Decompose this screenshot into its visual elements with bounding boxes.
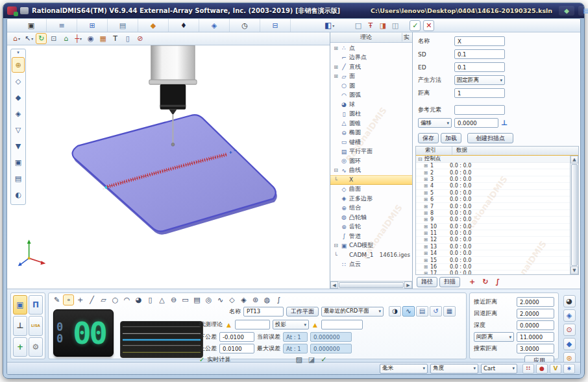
approach-input[interactable]: 2.0000 xyxy=(517,297,554,307)
grid-tab[interactable]: ⊞ xyxy=(77,19,108,32)
monitor-tab[interactable]: ⊟ xyxy=(260,19,291,32)
expand-icon[interactable]: ⊞ xyxy=(424,237,430,243)
scroll-right-arrow[interactable]: ▶ xyxy=(404,281,412,289)
table-row[interactable]: ⊞ 10 0.0 : 0.0 xyxy=(416,224,578,230)
table-mode-icon[interactable]: ▦ xyxy=(443,306,456,316)
tree-item[interactable]: ▭ 键槽 xyxy=(330,137,412,147)
machine-view-icon[interactable]: ▣ xyxy=(12,154,25,170)
table-row[interactable]: ⊞ 5 0.0 : 0.0 xyxy=(416,190,578,197)
probe-clean-icon[interactable]: ◪ xyxy=(308,355,315,364)
color-palette-icon[interactable]: ▦▾ xyxy=(97,33,108,44)
expand-icon[interactable]: ⊞ xyxy=(424,230,430,236)
expand-icon[interactable]: ⊞ xyxy=(424,190,430,196)
shield-probe-icon[interactable]: ◈ xyxy=(563,309,576,322)
method-select[interactable]: 固定距离 xyxy=(454,75,505,85)
diamond-tab[interactable]: ◆ xyxy=(138,19,169,32)
red-cube-icon[interactable]: ◨ xyxy=(377,20,388,31)
cube-outline-icon[interactable]: □ xyxy=(352,20,363,31)
expand-icon[interactable]: ⊞ xyxy=(424,217,430,222)
table-row[interactable]: ⊞ 1 0.0 : 0.0 xyxy=(416,163,578,169)
realtime-check-icon[interactable]: ✓ xyxy=(199,356,204,363)
tree-item[interactable]: ⊞ ▱ 面 xyxy=(330,72,412,82)
remote-support-icon[interactable]: ◆ xyxy=(559,6,574,16)
circle-icon[interactable]: ○ xyxy=(110,294,121,305)
tree-col-actual[interactable]: 实 xyxy=(402,33,412,42)
tree-item[interactable]: ⊞ ╱ 直线 xyxy=(330,62,412,72)
control-points-group-row[interactable]: ⊟ 控制点 xyxy=(416,156,578,163)
arc-icon[interactable]: ◠ xyxy=(121,294,132,305)
view-eye-icon[interactable]: ◉▾ xyxy=(85,33,96,44)
col-index[interactable]: 索引 xyxy=(416,147,452,155)
lisa-button[interactable]: LISA xyxy=(29,316,43,335)
rotate-icon[interactable]: ↻ xyxy=(482,278,488,286)
table-row[interactable]: ⊞ 15 0.0 : 0.0 xyxy=(416,257,578,263)
printer-tab[interactable]: ▤ xyxy=(108,19,138,32)
upper-tolerance-input[interactable]: 0.0100 xyxy=(219,344,254,353)
tree-item[interactable]: └ CADM_1 14616.iges xyxy=(330,250,412,260)
workplane-button[interactable]: 工作平面 xyxy=(286,307,319,316)
plane-icon[interactable]: ▱ xyxy=(98,294,109,305)
reference-input[interactable] xyxy=(454,105,505,115)
arc-mode-icon[interactable]: ↺ xyxy=(430,306,442,316)
table-row[interactable]: ⊞ 16 0.0 : 0.0 xyxy=(416,264,578,270)
save-button[interactable]: 保存 xyxy=(418,133,439,143)
perpendicular-icon[interactable]: ⊥ xyxy=(501,119,508,127)
table-row[interactable]: ⊞ 4 0.0 : 0.0 xyxy=(416,183,578,189)
tree-item[interactable]: ⊟ ▣ CAD模型 xyxy=(330,241,412,251)
select-cursor-icon[interactable]: ↖▾ xyxy=(23,33,34,44)
cone-icon[interactable]: △ xyxy=(156,294,167,305)
cylinder-display-icon[interactable]: ▯▾ xyxy=(122,33,133,44)
probe-cube-icon[interactable]: ▽ xyxy=(12,122,25,137)
move-axes-icon[interactable]: + xyxy=(469,278,475,286)
scroll-down-arrow[interactable]: ▼ xyxy=(570,267,578,274)
probe-d-icon[interactable]: ◐ xyxy=(12,187,25,202)
distance-input[interactable]: 1 xyxy=(454,88,505,98)
probe-x-icon[interactable]: ◇ xyxy=(12,73,25,89)
feature-name-input[interactable]: PT13 xyxy=(243,307,284,316)
expand-icon[interactable]: ⊞ xyxy=(424,244,430,250)
tree-item[interactable]: ○ 圆 xyxy=(330,81,412,91)
tree-hscrollbar[interactable]: ◀ ▶ xyxy=(330,281,412,289)
dro-points-icon[interactable]: ∷ xyxy=(522,364,534,374)
point-icon[interactable]: ∘ xyxy=(63,294,74,305)
tree-item[interactable]: ⊛ 齿轮 xyxy=(330,222,412,232)
col-data[interactable]: 数据 xyxy=(452,147,578,155)
confirm-check-icon[interactable]: ✓ xyxy=(321,355,326,364)
menu-icon[interactable] xyxy=(20,7,29,14)
search-probe-icon[interactable]: ⊙ xyxy=(563,324,576,336)
offset-select[interactable]: 偏移 xyxy=(418,118,452,128)
tree-item[interactable]: ◎ 圆环 xyxy=(330,156,412,166)
projection-input[interactable] xyxy=(321,320,363,329)
expand-icon[interactable]: ⊞ xyxy=(424,210,430,216)
cad-plate[interactable] xyxy=(73,115,276,231)
tree-item[interactable]: ▯ 圆柱 xyxy=(330,110,412,119)
table-row[interactable]: ⊞ 17 0.0 : 0.0 xyxy=(416,270,578,274)
sphere-icon[interactable]: ◕ xyxy=(133,294,144,305)
measure-mode-icon[interactable]: ◑ xyxy=(389,306,401,316)
model-display-icon[interactable]: ◧▾ xyxy=(323,20,336,31)
graph-mode-icon[interactable]: ∿ xyxy=(402,306,415,316)
edit-note-icon[interactable]: ▨ xyxy=(295,355,302,364)
axes-icon[interactable]: ┼▾ xyxy=(73,33,84,44)
coord-select[interactable]: Cart xyxy=(481,364,517,374)
expand-icon[interactable]: ⊞ xyxy=(424,176,430,182)
lock-tab[interactable]: ▣ xyxy=(16,19,47,32)
document-tab[interactable]: ≡ xyxy=(47,19,77,32)
table-row[interactable]: ⊞ 12 0.0 : 0.0 xyxy=(416,237,578,243)
expand-icon[interactable]: ⊞ xyxy=(424,204,430,209)
projection-select[interactable]: 投影 xyxy=(273,320,309,329)
table-row[interactable]: ⊞ 2 0.0 : 0.0 xyxy=(416,169,578,176)
tree-item[interactable]: ◍ 凸轮轴 xyxy=(330,213,412,222)
probe-button[interactable]: ⊥ xyxy=(13,316,27,335)
expand-icon[interactable]: ⊞ xyxy=(424,270,430,274)
zoom-region-icon[interactable]: ⊡▾ xyxy=(48,33,59,44)
ellipse-icon[interactable]: ⊖ xyxy=(168,294,179,305)
part-view-icon[interactable]: ▤ xyxy=(12,171,25,186)
machine-tools-button[interactable]: ⚙ xyxy=(29,337,43,357)
expand-icon[interactable]: ⊞ xyxy=(424,163,430,169)
crd-plane-select[interactable]: 最靠近的CRD平面 xyxy=(321,307,384,316)
list-mode-icon[interactable]: ▤ xyxy=(416,306,428,316)
collapse-icon[interactable]: ⊟ xyxy=(418,156,423,162)
scroll-thumb[interactable] xyxy=(339,282,404,288)
probe-pose-icon[interactable]: ⊕ xyxy=(12,57,25,73)
